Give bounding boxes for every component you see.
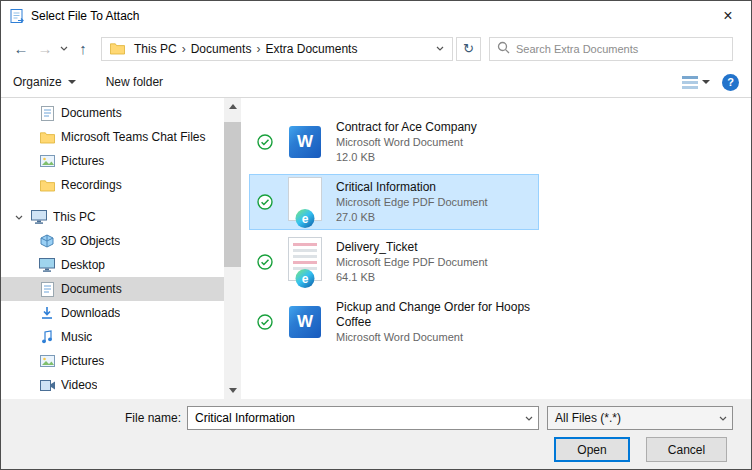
up-button[interactable]: ↑ xyxy=(71,36,95,62)
sidebar-item-documents-top[interactable]: Documents xyxy=(1,101,224,125)
scroll-up-icon[interactable] xyxy=(224,98,241,115)
dialog-footer: File name: All Files (*.*) Open Cancel xyxy=(1,399,751,469)
file-tile-delivery-ticket[interactable]: e Delivery_Ticket Microsoft Edge PDF Doc… xyxy=(249,234,539,290)
file-type-combobox[interactable]: All Files (*.*) xyxy=(547,406,733,430)
navigation-bar: ← → ↑ This PC › Documents › Extra Docume… xyxy=(1,30,751,67)
sidebar-item-3d-objects[interactable]: 3D Objects xyxy=(1,229,224,253)
navigation-pane: Documents Microsoft Teams Chat Files Pic… xyxy=(1,98,241,399)
file-name: Delivery_Ticket xyxy=(336,240,532,255)
search-input[interactable] xyxy=(516,43,725,55)
new-folder-button[interactable]: New folder xyxy=(106,75,163,89)
sidebar-item-this-pc[interactable]: This PC xyxy=(1,205,224,229)
file-tile-critical-information[interactable]: e Critical Information Microsoft Edge PD… xyxy=(249,174,539,230)
sidebar-item-videos[interactable]: Videos xyxy=(1,373,224,397)
cancel-button[interactable]: Cancel xyxy=(646,437,727,462)
sidebar-item-label: Downloads xyxy=(61,306,120,320)
folder-icon xyxy=(39,179,55,192)
address-bar[interactable]: This PC › Documents › Extra Documents xyxy=(101,37,453,61)
desktop-icon xyxy=(39,258,55,272)
file-name-label: File name: xyxy=(97,411,181,425)
command-toolbar: Organize New folder ? xyxy=(1,67,751,98)
sync-ok-icon xyxy=(256,194,274,210)
expand-chevron-icon[interactable] xyxy=(15,215,25,220)
folder-icon xyxy=(39,131,55,144)
documents-icon xyxy=(39,282,55,297)
sidebar-item-label: This PC xyxy=(53,210,96,224)
file-name-combobox[interactable] xyxy=(187,406,539,430)
edge-pdf-icon: e xyxy=(282,176,328,228)
cube-icon xyxy=(39,234,55,248)
file-name-dropdown-chevron-icon[interactable] xyxy=(520,416,538,421)
edge-pdf-icon: e xyxy=(282,236,328,288)
download-arrow-icon xyxy=(39,306,55,320)
organize-button[interactable]: Organize xyxy=(13,75,76,89)
file-size: 12.0 KB xyxy=(336,150,532,165)
file-name-input[interactable] xyxy=(188,411,520,425)
file-name: Critical Information xyxy=(336,180,532,195)
computer-icon xyxy=(31,210,47,224)
file-list: W Contract for Ace Company Microsoft Wor… xyxy=(241,98,751,399)
scroll-down-icon[interactable] xyxy=(224,382,241,399)
sidebar-item-label: Music xyxy=(61,330,92,344)
forward-button[interactable]: → xyxy=(33,36,57,62)
sidebar-item-music[interactable]: Music xyxy=(1,325,224,349)
word-document-icon: W xyxy=(282,296,328,348)
sync-ok-icon xyxy=(256,314,274,330)
sidebar-item-recordings[interactable]: Recordings xyxy=(1,173,224,197)
sidebar-item-label: Documents xyxy=(61,282,122,296)
sidebar-item-label: Recordings xyxy=(61,178,122,192)
sidebar-item-label: Documents xyxy=(61,106,122,120)
views-dropdown-chevron-icon[interactable] xyxy=(702,80,710,84)
sidebar-item-pictures-top[interactable]: Pictures xyxy=(1,149,224,173)
location-folder-icon xyxy=(110,42,125,55)
close-button[interactable]: × xyxy=(705,1,751,30)
refresh-button[interactable]: ↻ xyxy=(456,37,481,61)
open-button[interactable]: Open xyxy=(554,437,630,462)
file-type-dropdown-chevron-icon[interactable] xyxy=(714,416,732,421)
file-tile-contract[interactable]: W Contract for Ace Company Microsoft Wor… xyxy=(249,114,539,170)
change-view-button[interactable] xyxy=(682,75,698,89)
file-name: Contract for Ace Company xyxy=(336,120,532,135)
sidebar-item-label: Pictures xyxy=(61,354,104,368)
breadcrumb-documents[interactable]: Documents xyxy=(186,42,257,56)
views-icon xyxy=(682,75,698,89)
organize-dropdown-icon xyxy=(68,80,76,84)
organize-label: Organize xyxy=(13,75,62,89)
sidebar-item-pictures[interactable]: Pictures xyxy=(1,349,224,373)
dialog-app-icon xyxy=(9,8,25,24)
file-type: Microsoft Edge PDF Document xyxy=(336,195,532,210)
file-type: Microsoft Edge PDF Document xyxy=(336,255,532,270)
sidebar-item-desktop[interactable]: Desktop xyxy=(1,253,224,277)
search-box[interactable] xyxy=(489,37,733,61)
scrollbar-thumb[interactable] xyxy=(224,122,241,267)
title-bar: Select File To Attach × xyxy=(1,1,751,30)
help-button[interactable]: ? xyxy=(722,74,739,91)
window-title: Select File To Attach xyxy=(31,9,140,23)
file-size: 27.0 KB xyxy=(336,210,532,225)
file-tile-pickup-change-order[interactable]: W Pickup and Change Order for Hoops Coff… xyxy=(249,294,539,350)
file-name: Pickup and Change Order for Hoops Coffee xyxy=(336,300,532,330)
word-document-icon: W xyxy=(282,116,328,168)
file-type: Microsoft Word Document xyxy=(336,330,532,345)
open-file-dialog: Select File To Attach × ← → ↑ This PC › … xyxy=(0,0,752,470)
edge-logo-icon: e xyxy=(296,269,315,288)
sidebar-item-teams-chat-files[interactable]: Microsoft Teams Chat Files xyxy=(1,125,224,149)
video-camera-icon xyxy=(39,380,55,391)
search-icon xyxy=(497,40,510,58)
main-area: Documents Microsoft Teams Chat Files Pic… xyxy=(1,98,751,399)
sidebar-item-label: 3D Objects xyxy=(61,234,120,248)
address-dropdown-chevron-icon[interactable] xyxy=(432,46,448,51)
back-button[interactable]: ← xyxy=(9,36,33,62)
recent-locations-chevron-icon[interactable] xyxy=(57,36,71,62)
breadcrumb-extra-documents[interactable]: Extra Documents xyxy=(260,42,362,56)
breadcrumb-this-pc[interactable]: This PC xyxy=(129,42,182,56)
sidebar-scrollbar[interactable] xyxy=(224,98,241,399)
documents-folder-icon xyxy=(39,106,55,121)
edge-logo-icon: e xyxy=(296,209,315,228)
sync-ok-icon xyxy=(256,134,274,150)
sidebar-item-downloads[interactable]: Downloads xyxy=(1,301,224,325)
sidebar-item-documents-selected[interactable]: Documents xyxy=(1,277,224,301)
pictures-icon xyxy=(39,155,55,167)
file-type-value: All Files (*.*) xyxy=(548,411,714,425)
file-size: 64.1 KB xyxy=(336,270,532,285)
